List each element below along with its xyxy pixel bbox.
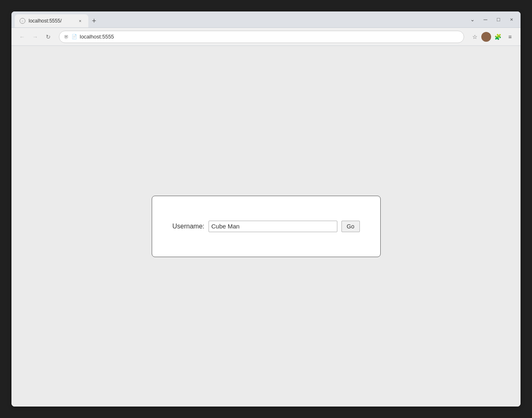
page-content: Username: Go xyxy=(11,46,521,407)
browser-tab[interactable]: ○ localhost:5555/ × xyxy=(15,14,88,27)
browser-window: ○ localhost:5555/ × + ⌄ ─ □ × ← → ↻ ⛨ 📄 … xyxy=(11,11,521,407)
toolbar-right: ☆ 🧩 ≡ xyxy=(469,31,516,43)
tab-title: localhost:5555/ xyxy=(29,18,74,24)
go-button[interactable]: Go xyxy=(341,221,360,232)
tab-favicon-icon: ○ xyxy=(20,18,25,24)
username-label: Username: xyxy=(173,223,204,230)
username-input[interactable] xyxy=(209,221,337,232)
tab-list-button[interactable]: ⌄ xyxy=(467,14,478,25)
tab-bar: ○ localhost:5555/ × + xyxy=(15,11,465,27)
form-row: Username: Go xyxy=(173,221,360,232)
title-bar-controls: ⌄ ─ □ × xyxy=(467,14,517,25)
minimize-button[interactable]: ─ xyxy=(480,14,491,25)
form-card: Username: Go xyxy=(152,196,381,257)
bookmark-button[interactable]: ☆ xyxy=(469,31,480,43)
extensions-button[interactable]: 🧩 xyxy=(492,31,503,43)
reload-button[interactable]: ↻ xyxy=(43,31,54,43)
shield-icon: ⛨ xyxy=(64,34,69,40)
back-button[interactable]: ← xyxy=(16,31,28,43)
new-tab-button[interactable]: + xyxy=(88,15,100,27)
window-close-button[interactable]: × xyxy=(506,14,517,25)
profile-avatar[interactable] xyxy=(481,32,491,42)
forward-button[interactable]: → xyxy=(29,31,41,43)
maximize-button[interactable]: □ xyxy=(493,14,504,25)
menu-button[interactable]: ≡ xyxy=(504,31,516,43)
tab-close-button[interactable]: × xyxy=(77,18,83,24)
address-text: localhost:5555 xyxy=(80,34,459,40)
address-bar[interactable]: ⛨ 📄 localhost:5555 xyxy=(59,31,464,43)
title-bar: ○ localhost:5555/ × + ⌄ ─ □ × xyxy=(11,11,521,28)
toolbar: ← → ↻ ⛨ 📄 localhost:5555 ☆ 🧩 ≡ xyxy=(11,28,521,46)
page-icon: 📄 xyxy=(72,34,77,39)
